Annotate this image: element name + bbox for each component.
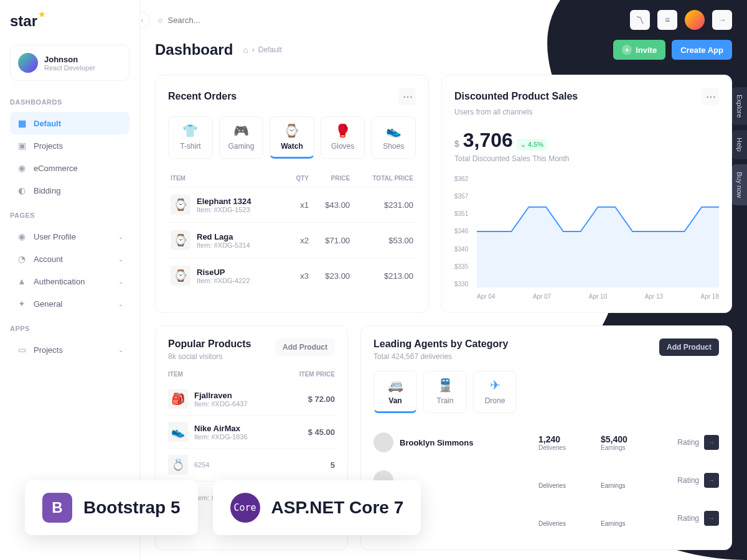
- popular-title: Popular Products: [168, 338, 251, 350]
- tab-train[interactable]: 🚆Train: [423, 371, 467, 413]
- qty-cell: x1: [286, 187, 311, 223]
- sidebar-item-bidding[interactable]: ◐Bidding: [10, 179, 129, 202]
- profile-avatar[interactable]: [685, 10, 705, 30]
- card-menu-button[interactable]: ⋯: [398, 88, 416, 105]
- arrow-right-icon[interactable]: →: [704, 435, 719, 450]
- user-avatar: [18, 53, 38, 73]
- total-cell: $231.00: [352, 187, 416, 223]
- sales-label: Total Discounted Sales This Month: [454, 154, 719, 163]
- sidebar-item-apps-projects[interactable]: ▭Projects⌄: [10, 338, 129, 361]
- tab-gloves[interactable]: 🥊Gloves: [321, 116, 365, 159]
- sidebar-item-account[interactable]: ◔Account⌄: [10, 248, 129, 270]
- table-row: Zuid Area 357Deliveries $2,737Earnings R…: [374, 499, 719, 537]
- chevron-down-icon: ⌄: [118, 256, 123, 263]
- invite-button[interactable]: +Invite: [613, 40, 665, 60]
- th-price: PRICE: [311, 170, 352, 187]
- product-sku: Item: #XDG-4222: [197, 277, 250, 284]
- plus-icon: +: [622, 45, 632, 55]
- rocket-icon: ✦: [16, 298, 27, 309]
- grid-icon: ▦: [16, 118, 27, 129]
- table-row: ⌚Elephant 1324Item: #XDG-1523 x1 $43.00 …: [168, 187, 416, 223]
- product-name: Fjallraven: [194, 391, 248, 400]
- brand-logo[interactable]: star: [10, 12, 129, 30]
- list-item: 👟Nike AirMaxItem: #XDG-1836 $ 45.00: [168, 415, 335, 448]
- sidebar-item-user-profile[interactable]: ◉User Profile⌄: [10, 225, 129, 248]
- table-row: ⌚RiseUPItem: #XDG-4222 x3 $23.00 $213.00: [168, 258, 416, 294]
- arrow-right-icon[interactable]: →: [704, 473, 719, 488]
- cart-icon: ◉: [16, 162, 27, 174]
- rail-help[interactable]: Help: [732, 130, 747, 159]
- discounted-sales-card: Discounted Product Sales⋯ Users from all…: [441, 75, 732, 313]
- deliveries-value: 6,074: [538, 472, 594, 482]
- drone-icon: ✈: [474, 378, 516, 393]
- tab-tshirt[interactable]: 👕T-shirt: [168, 116, 213, 159]
- add-product-button[interactable]: Add Product: [275, 338, 335, 356]
- recent-orders-card: Recent Orders⋯ 👕T-shirt 🎮Gaming ⌚Watch 🥊…: [155, 75, 429, 313]
- logout-icon[interactable]: →: [712, 10, 732, 30]
- tshirt-icon: 👕: [171, 123, 210, 138]
- bootstrap-badge: B Bootstrap 5: [25, 480, 198, 535]
- train-icon: 🚆: [424, 378, 466, 393]
- tab-drone[interactable]: ✈Drone: [473, 371, 517, 413]
- tab-shoes[interactable]: 👟Shoes: [371, 116, 416, 159]
- card-menu-button[interactable]: ⋯: [702, 88, 719, 105]
- tab-watch[interactable]: ⌚Watch: [270, 116, 314, 159]
- rating-cell: Rating→: [669, 511, 719, 526]
- chevron-down-icon: ⌄: [118, 347, 123, 353]
- product-thumb: 💍: [168, 455, 188, 475]
- tab-van[interactable]: 🚐Van: [374, 371, 417, 413]
- rail-explore[interactable]: Explore: [732, 87, 747, 125]
- home-icon[interactable]: ⌂: [243, 45, 248, 55]
- item-price: $ 72.00: [308, 394, 335, 404]
- list-item: 💍6254 5: [168, 448, 335, 481]
- search-icon: ○: [157, 15, 162, 25]
- aspnet-badge: Core ASP.NET Core 7: [213, 480, 421, 535]
- product-thumb: 🎒: [168, 389, 188, 409]
- price-cell: $71.00: [311, 223, 352, 258]
- sales-subtitle: Users from all channels: [454, 108, 719, 116]
- agent-avatar: [374, 432, 393, 452]
- product-sku: 6254: [194, 461, 209, 469]
- sidebar-item-general[interactable]: ✦General⌄: [10, 292, 129, 315]
- person-icon: ▲: [16, 276, 27, 287]
- product-sku: Item: #XDG-1836: [194, 433, 248, 441]
- chart-icon[interactable]: 〽: [630, 10, 650, 30]
- nav-section-pages: PAGES: [10, 212, 129, 219]
- th-total: TOTAL PRICE: [352, 170, 416, 187]
- arrow-right-icon[interactable]: →: [704, 511, 719, 526]
- qty-cell: x3: [286, 258, 311, 294]
- th-qty: QTY: [286, 170, 311, 187]
- user-role: React Developer: [44, 64, 95, 72]
- add-product-button-dark[interactable]: Add Product: [659, 338, 719, 356]
- rail-buy[interactable]: Buy now: [732, 164, 747, 205]
- total-cell: $213.00: [352, 258, 416, 294]
- table-row: 6,074Deliveries $174,074Earnings Rating→: [374, 461, 719, 499]
- sales-chart: $362$357$351$346$340$335$330 Apr 04Apr 0…: [454, 175, 719, 300]
- product-name: RiseUP: [197, 268, 250, 277]
- th-item: ITEM: [168, 170, 286, 187]
- create-app-button[interactable]: Create App: [672, 40, 732, 60]
- recent-orders-title: Recent Orders⋯: [168, 88, 416, 105]
- change-badge: ⌄ 4.5%: [517, 139, 547, 151]
- tab-gaming[interactable]: 🎮Gaming: [219, 116, 264, 159]
- notification-icon[interactable]: ≡: [657, 10, 677, 30]
- watch-icon: ⌚: [273, 123, 311, 138]
- earnings-value: $2,737: [601, 510, 663, 520]
- product-thumb: ⌚: [171, 266, 190, 286]
- gavel-icon: ◐: [16, 185, 27, 196]
- table-row: ⌚Red LagaItem: #XDG-5314 x2 $71.00 $53.0…: [168, 223, 416, 258]
- user-card[interactable]: Johnson React Developer: [10, 45, 129, 81]
- sales-value: 3,706: [463, 129, 513, 152]
- sidebar-item-ecommerce[interactable]: ◉eCommerce: [10, 157, 129, 179]
- page-title: Dashboard: [155, 41, 233, 58]
- item-price: $ 45.00: [308, 427, 335, 437]
- sidebar-item-default[interactable]: ▦Default: [10, 112, 129, 134]
- earnings-value: $174,074: [601, 472, 663, 482]
- product-thumb: ⌚: [171, 195, 190, 215]
- deliveries-value: 1,240: [538, 434, 594, 444]
- sidebar-item-authentication[interactable]: ▲Authentication⌄: [10, 270, 129, 292]
- sidebar-item-projects[interactable]: ▣Projects: [10, 134, 129, 157]
- agent-name: Brooklyn Simmons: [400, 438, 473, 447]
- user-name: Johnson: [44, 55, 95, 64]
- search-input[interactable]: [167, 16, 622, 25]
